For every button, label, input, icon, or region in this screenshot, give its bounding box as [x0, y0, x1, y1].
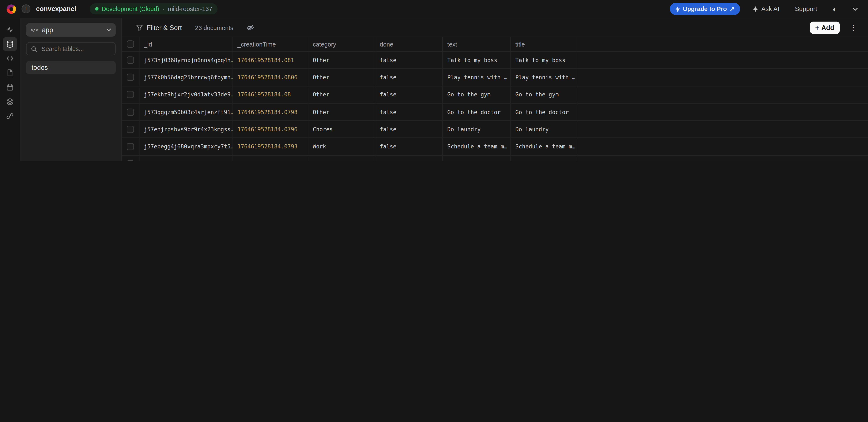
chevron-down-icon: [106, 28, 111, 32]
cell-category[interactable]: Chores: [308, 121, 375, 138]
cell-id[interactable]: j573hj0368yrnxjn6nns4qbq4h…: [140, 52, 233, 68]
row-checkbox[interactable]: [127, 56, 134, 63]
data-icon[interactable]: [3, 37, 17, 51]
cell-done[interactable]: false: [375, 104, 443, 120]
column-header-title[interactable]: title: [511, 37, 578, 51]
cell-id[interactable]: j57ekhz9hjxr2jv0d1atv33de9…: [140, 86, 233, 103]
cell-title[interactable]: Go to the gym: [511, 86, 578, 103]
cell-text[interactable]: Go to the gym: [443, 86, 511, 103]
table-name: todos: [31, 64, 48, 72]
cell-category[interactable]: Other: [308, 52, 375, 68]
table-row[interactable]: j576jqx42fkedv0ett61sz5nsh… 176461952818…: [122, 156, 868, 161]
ask-ai-label: Ask AI: [761, 5, 779, 12]
cell-done[interactable]: false: [375, 52, 443, 68]
cell-category[interactable]: Work: [308, 156, 375, 161]
documents-count: 23 documents: [195, 24, 234, 31]
cell-done[interactable]: false: [375, 138, 443, 155]
row-checkbox[interactable]: [127, 109, 134, 116]
cell-id[interactable]: j573qgqzm50b03c4srjenzft91…: [140, 104, 233, 120]
row-checkbox[interactable]: [127, 91, 134, 98]
cell-title[interactable]: Schedule a team m…: [511, 138, 578, 155]
ask-ai-button[interactable]: Ask AI: [749, 5, 783, 13]
column-header-category[interactable]: category: [308, 37, 375, 51]
cell-text[interactable]: Do laundry: [443, 121, 511, 138]
table-row[interactable]: j57enjrpsbvs9br9r4x23kmgss… 176461952818…: [122, 121, 868, 138]
cell-creation-time[interactable]: 1764619528184.0793: [233, 138, 308, 155]
row-checkbox[interactable]: [127, 161, 134, 161]
cell-creation-time[interactable]: 1764619528184.081: [233, 52, 308, 68]
cell-id[interactable]: j576jqx42fkedv0ett61sz5nsh…: [140, 156, 233, 161]
hide-columns-icon[interactable]: [243, 24, 258, 31]
upgrade-label: Upgrade to Pro: [683, 5, 727, 12]
logs-icon[interactable]: [3, 95, 17, 109]
cell-category[interactable]: Other: [308, 86, 375, 103]
column-header-creation-time[interactable]: _creationTime: [233, 37, 308, 51]
theme-toggle-icon[interactable]: ◐: [829, 5, 840, 13]
schedules-icon[interactable]: [3, 80, 17, 94]
cell-title[interactable]: Do laundry: [511, 121, 578, 138]
cell-done[interactable]: false: [375, 86, 443, 103]
cell-category[interactable]: Work: [308, 138, 375, 155]
cell-text[interactable]: Play tennis with …: [443, 69, 511, 86]
cell-creation-time[interactable]: 1764619528184.0798: [233, 104, 308, 120]
avatar[interactable]: I: [22, 4, 30, 13]
health-icon[interactable]: [3, 23, 17, 36]
cell-id[interactable]: j57ebegg4j680vqra3mpxcy7t5…: [140, 138, 233, 155]
cell-text[interactable]: Update project st…: [443, 156, 511, 161]
cell-text[interactable]: Schedule a team m…: [443, 138, 511, 155]
table-row[interactable]: j57ekhz9hjxr2jv0d1atv33de9… 176461952818…: [122, 86, 868, 104]
select-all-cell: [122, 37, 140, 51]
table-header-row: _id _creationTime category done text tit…: [122, 36, 868, 52]
cell-id[interactable]: j577k0h56dag25bzrcwq6fbymh…: [140, 69, 233, 86]
cell-creation-time[interactable]: 1764619528184.0796: [233, 121, 308, 138]
row-checkbox[interactable]: [127, 143, 134, 150]
table-row[interactable]: j57ebegg4j680vqra3mpxcy7t5… 176461952818…: [122, 138, 868, 156]
external-link-icon: ↗: [730, 5, 735, 12]
cell-creation-time[interactable]: 1764619528184.079: [233, 156, 308, 161]
cell-text[interactable]: Talk to my boss: [443, 52, 511, 68]
deployment-badge[interactable]: Development (Cloud) · mild-rooster-137: [90, 3, 218, 15]
select-all-checkbox[interactable]: [127, 40, 134, 48]
row-checkbox-cell: [122, 104, 140, 120]
add-document-button[interactable]: + Add: [810, 21, 840, 34]
integrations-icon[interactable]: [3, 109, 17, 123]
table-row[interactable]: j573hj0368yrnxjn6nns4qbq4h… 176461952818…: [122, 52, 868, 69]
cell-title[interactable]: Update project st…: [511, 156, 578, 161]
icon-rail: ⚙: [0, 18, 20, 161]
project-selector[interactable]: </> app: [26, 23, 116, 36]
search-tables-input[interactable]: [40, 45, 111, 53]
row-checkbox[interactable]: [127, 126, 134, 133]
cell-title[interactable]: Go to the doctor: [511, 104, 578, 120]
upgrade-to-pro-button[interactable]: Upgrade to Pro ↗: [670, 3, 740, 15]
cell-title[interactable]: Talk to my boss: [511, 52, 578, 68]
cell-creation-time[interactable]: 1764619528184.08: [233, 86, 308, 103]
row-checkbox-cell: [122, 138, 140, 155]
row-checkbox[interactable]: [127, 74, 134, 81]
cell-category[interactable]: Other: [308, 69, 375, 86]
overflow-menu-icon[interactable]: ⋮: [846, 23, 860, 31]
project-selector-label: app: [42, 26, 53, 34]
files-icon[interactable]: [3, 66, 17, 80]
cell-done[interactable]: false: [375, 156, 443, 161]
table-row[interactable]: j573qgqzm50b03c4srjenzft91… 176461952818…: [122, 104, 868, 121]
table-list: todos: [26, 61, 116, 74]
cell-id[interactable]: j57enjrpsbvs9br9r4x23kmgss…: [140, 121, 233, 138]
chevron-down-icon[interactable]: [849, 6, 862, 11]
cell-title[interactable]: Play tennis with …: [511, 69, 578, 86]
cell-done[interactable]: false: [375, 69, 443, 86]
column-header-id[interactable]: _id: [140, 37, 233, 51]
support-button[interactable]: Support: [792, 5, 820, 13]
convex-logo-icon[interactable]: [6, 4, 16, 14]
sidebar-item-todos[interactable]: todos: [26, 61, 116, 74]
cell-creation-time[interactable]: 1764619528184.0806: [233, 69, 308, 86]
table-row[interactable]: j577k0h56dag25bzrcwq6fbymh… 176461952818…: [122, 69, 868, 86]
cell-done[interactable]: false: [375, 121, 443, 138]
cell-text[interactable]: Go to the doctor: [443, 104, 511, 120]
column-header-done[interactable]: done: [375, 37, 443, 51]
support-label: Support: [795, 5, 817, 12]
functions-icon[interactable]: [3, 52, 17, 65]
plus-icon: +: [815, 24, 819, 31]
filter-sort-button[interactable]: Filter & Sort: [133, 23, 185, 32]
cell-category[interactable]: Other: [308, 104, 375, 120]
column-header-text[interactable]: text: [443, 37, 511, 51]
